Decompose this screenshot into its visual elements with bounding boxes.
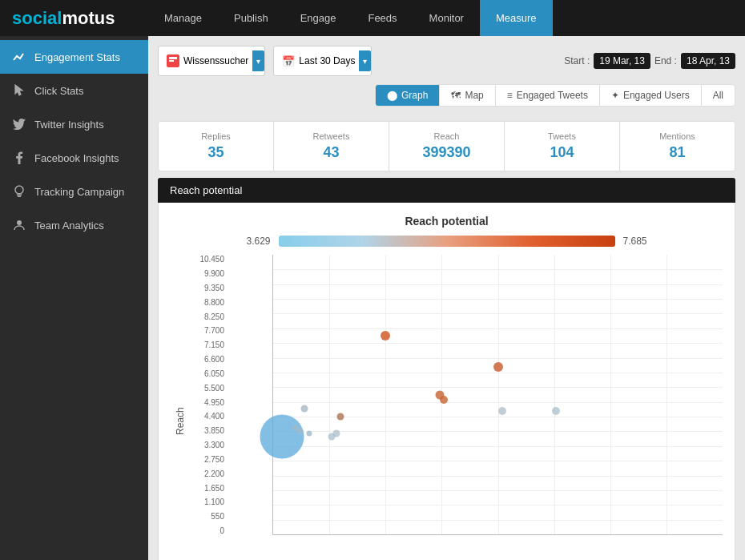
toggle-graph[interactable]: ⬤ Graph	[376, 85, 440, 106]
main-layout: Engagement Stats Click Stats Twitter Ins…	[0, 36, 745, 560]
bubble-4[interactable]	[297, 428, 303, 433]
sidebar-label-tracking: Tracking Campaign	[34, 186, 124, 198]
svg-rect-2	[18, 195, 21, 197]
sidebar-item-click-stats[interactable]: Click Stats	[0, 74, 148, 107]
graph-icon: ⬤	[387, 90, 397, 101]
bubble-x4-y495[interactable]	[498, 407, 506, 415]
reach-value: 399390	[393, 144, 500, 161]
date-range-arrow[interactable]: ▾	[359, 50, 371, 71]
profile-name: Wissenssucher	[183, 55, 248, 66]
date-info: Start : 19 Mar, 13 End : 18 Apr, 13	[564, 53, 735, 69]
svg-point-0	[15, 186, 23, 194]
nav-measure[interactable]: Measure	[480, 0, 553, 36]
bubble-large-blue[interactable]	[260, 414, 304, 458]
logo-text: socialmotus	[12, 8, 115, 29]
y-tick-14: 7.700	[187, 326, 228, 335]
grid-v-5	[554, 255, 555, 534]
toggle-map[interactable]: 🗺 Map	[440, 85, 495, 106]
nav-feeds[interactable]: Feeds	[352, 0, 413, 36]
top-navigation: socialmotus Manage Publish Engage Feeds …	[0, 0, 745, 36]
profile-dropdown-arrow[interactable]: ▾	[252, 50, 264, 71]
profile-dropdown[interactable]: Wissenssucher ▾	[158, 46, 265, 76]
sidebar-label-engagement: Engagement Stats	[34, 51, 120, 63]
tweets-value: 104	[509, 144, 615, 161]
stats-row: Replies 35 Retweets 43 Reach 399390 Twee…	[158, 121, 735, 171]
scale-max: 7.685	[623, 236, 647, 247]
bubble-x1-y385b[interactable]	[332, 430, 340, 437]
plot-area	[272, 255, 723, 535]
nav-publish[interactable]: Publish	[218, 0, 284, 36]
y-tick-5: 2.750	[187, 455, 228, 464]
reach-label: Reach	[393, 131, 500, 141]
bubble-x4-y66[interactable]	[493, 362, 503, 372]
toggle-engaged-tweets[interactable]: ≡ Engaged Tweets	[496, 85, 600, 106]
section-header: Reach potential	[158, 178, 735, 203]
y-tick-2: 1.100	[187, 498, 228, 506]
bubble-x5-y495[interactable]	[552, 407, 560, 415]
facebook-icon	[12, 151, 26, 165]
bubble-x2-y77[interactable]	[381, 331, 390, 340]
nav-engage[interactable]: Engage	[284, 0, 352, 36]
sidebar-label-facebook: Facebook Insights	[34, 152, 119, 164]
grid-v-6	[610, 255, 611, 534]
content-area: Wissenssucher ▾ 📅 Last 30 Days ▾ Start :…	[148, 36, 745, 560]
stat-reach: Reach 399390	[389, 122, 505, 171]
sidebar-item-team-analytics[interactable]: Team Analytics	[0, 208, 148, 242]
sidebar-label-team: Team Analytics	[34, 220, 104, 232]
scale-min: 3.629	[246, 236, 270, 247]
logo-suffix: motus	[62, 8, 115, 28]
sidebar-label-twitter: Twitter Insights	[34, 119, 104, 131]
bubble-1[interactable]	[337, 413, 344, 421]
end-label: End :	[654, 55, 677, 66]
grid-v-1	[329, 255, 330, 534]
bubble-5[interactable]	[306, 431, 312, 437]
y-tick-15: 8.250	[187, 312, 228, 321]
y-tick-13: 7.150	[187, 340, 228, 349]
bulb-icon	[12, 184, 26, 199]
y-tick-6: 3.300	[187, 441, 228, 449]
tweets-label: Tweets	[509, 131, 615, 141]
sidebar-item-engagement-stats[interactable]: Engagement Stats	[0, 40, 148, 74]
sidebar-item-facebook-insights[interactable]: Facebook Insights	[0, 141, 148, 175]
sidebar-item-twitter-insights[interactable]: Twitter Insights	[0, 107, 148, 141]
y-tick-0: 0	[187, 526, 228, 535]
y-tick-1: 550	[187, 512, 228, 521]
chart-icon	[12, 50, 26, 64]
section-title: Reach potential	[170, 184, 242, 196]
bubble-2[interactable]	[301, 405, 308, 412]
y-tick-11: 6.050	[187, 369, 228, 378]
stat-tweets: Tweets 104	[505, 122, 620, 171]
grid-v-4	[498, 255, 499, 534]
engaged-tweets-label: Engaged Tweets	[517, 90, 588, 101]
view-toggle: ⬤ Graph 🗺 Map ≡ Engaged Tweets ✦ Engaged…	[375, 84, 735, 107]
replies-value: 35	[163, 144, 269, 161]
bubble-x3-y55b[interactable]	[440, 396, 448, 404]
toggle-all[interactable]: All	[702, 85, 735, 106]
mentions-value: 81	[624, 144, 731, 161]
mentions-label: Mentions	[624, 131, 731, 141]
toggle-engaged-users[interactable]: ✦ Engaged Users	[600, 85, 702, 106]
y-tick-18: 9.900	[187, 269, 228, 278]
date-range-dropdown[interactable]: 📅 Last 30 Days ▾	[273, 46, 372, 76]
y-tick-16: 8.800	[187, 298, 228, 307]
sidebar-item-tracking-campaign[interactable]: Tracking Campaign	[0, 175, 148, 208]
nav-manage[interactable]: Manage	[148, 0, 218, 36]
start-label: Start :	[564, 55, 590, 66]
profile-icon	[167, 54, 179, 67]
svg-rect-5	[169, 60, 174, 62]
color-scale: 3.629 7.685	[171, 236, 723, 247]
map-label: Map	[465, 90, 483, 101]
calendar-icon: 📅	[282, 55, 295, 67]
grid-v-2	[385, 255, 386, 534]
map-icon: 🗺	[451, 90, 461, 101]
logo-prefix: social	[12, 8, 62, 28]
y-tick-19: 10.450	[187, 255, 228, 264]
svg-rect-4	[169, 57, 177, 59]
replies-label: Replies	[163, 131, 269, 141]
y-tick-7: 3.850	[187, 426, 228, 435]
stat-retweets: Retweets 43	[274, 122, 389, 171]
nav-monitor[interactable]: Monitor	[413, 0, 480, 36]
stat-mentions: Mentions 81	[620, 122, 735, 171]
tweets-icon: ≡	[507, 90, 513, 101]
all-label: All	[713, 90, 723, 101]
